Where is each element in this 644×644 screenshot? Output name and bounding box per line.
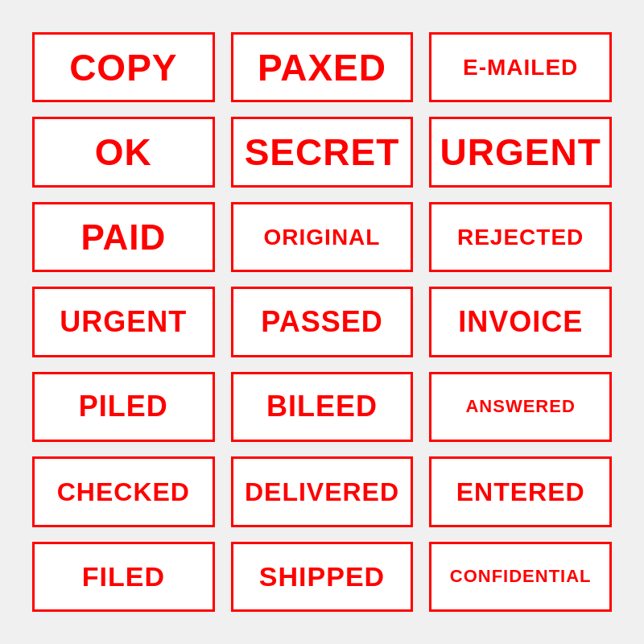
stamp-label-entered: ENTERED	[456, 479, 585, 505]
stamp-label-original: ORIGINAL	[264, 226, 381, 249]
stamps-grid: COPYPAXEDE-MAILEDOKSECRETURGENTPAIDORIGI…	[8, 8, 636, 636]
stamp-label-rejected: REJECTED	[457, 226, 584, 249]
stamp-piled: PILED	[32, 372, 215, 442]
stamp-label-e-mailed: E-MAILED	[463, 56, 578, 79]
stamp-label-passed: PASSED	[261, 308, 382, 336]
stamp-copy: COPY	[32, 32, 215, 102]
stamp-entered: ENTERED	[429, 456, 612, 526]
stamp-label-paxed: PAXED	[258, 49, 386, 86]
stamp-label-confidential: CONFIDENTIAL	[450, 568, 592, 585]
stamp-urgent2: URGENT	[32, 287, 215, 357]
stamp-paxed: PAXED	[231, 32, 414, 102]
stamp-label-piled: PILED	[79, 392, 168, 421]
stamp-label-shipped: SHIPPED	[259, 563, 385, 590]
stamp-label-delivered: DELIVERED	[245, 479, 399, 505]
stamp-passed: PASSED	[231, 287, 414, 357]
stamp-label-secret: SECRET	[245, 134, 400, 171]
stamp-label-answered: ANSWERED	[465, 398, 575, 415]
stamp-ok: OK	[32, 117, 215, 187]
stamp-label-checked: CHECKED	[57, 479, 190, 505]
stamp-label-filed: FILED	[82, 563, 165, 590]
stamp-confidential: CONFIDENTIAL	[429, 542, 612, 612]
stamp-label-ok: OK	[95, 134, 152, 171]
stamp-secret: SECRET	[231, 117, 414, 187]
stamp-e-mailed: E-MAILED	[429, 32, 612, 102]
stamp-rejected: REJECTED	[429, 202, 612, 272]
stamp-label-urgent1: URGENT	[440, 134, 601, 171]
stamp-label-copy: COPY	[69, 49, 177, 86]
stamp-answered: ANSWERED	[429, 372, 612, 442]
stamp-checked: CHECKED	[32, 456, 215, 526]
stamp-label-invoice: INVOICE	[458, 308, 583, 336]
stamp-bileed: BILEED	[231, 372, 414, 442]
stamp-original: ORIGINAL	[231, 202, 414, 272]
stamp-delivered: DELIVERED	[231, 456, 414, 526]
stamp-paid: PAID	[32, 202, 215, 272]
stamp-label-bileed: BILEED	[266, 392, 378, 421]
stamp-label-urgent2: URGENT	[60, 308, 187, 336]
stamp-urgent1: URGENT	[429, 117, 612, 187]
stamp-shipped: SHIPPED	[231, 542, 414, 612]
stamp-filed: FILED	[32, 542, 215, 612]
stamp-label-paid: PAID	[80, 220, 166, 255]
stamp-invoice: INVOICE	[429, 287, 612, 357]
